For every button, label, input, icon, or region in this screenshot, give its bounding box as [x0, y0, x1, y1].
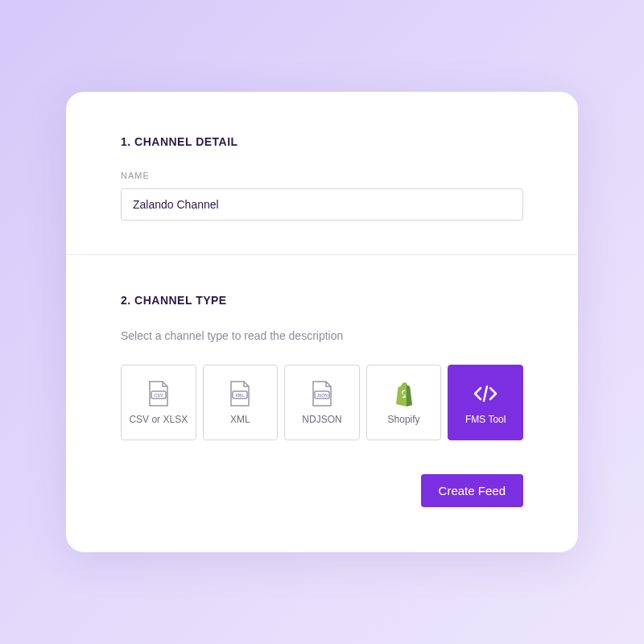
- section-1-title: 1. CHANNEL DETAIL: [121, 135, 523, 148]
- section-2-title: 2. CHANNEL TYPE: [121, 294, 523, 307]
- channel-type-label: NDJSON: [302, 414, 341, 425]
- code-icon: [472, 380, 499, 407]
- channel-type-xml[interactable]: XML XML: [203, 365, 279, 440]
- channel-type-fms[interactable]: FMS Tool: [448, 365, 523, 440]
- section-channel-type: 2. CHANNEL TYPE Select a channel type to…: [66, 254, 578, 552]
- svg-text:JSON: JSON: [316, 393, 328, 398]
- channel-type-label: XML: [230, 414, 250, 425]
- channel-type-hint: Select a channel type to read the descri…: [121, 329, 523, 342]
- create-feed-button[interactable]: Create Feed: [421, 474, 523, 507]
- svg-text:XML: XML: [236, 393, 246, 398]
- channel-type-label: FMS Tool: [465, 414, 506, 425]
- channel-form-card: 1. CHANNEL DETAIL NAME 2. CHANNEL TYPE S…: [66, 92, 578, 552]
- channel-type-label: CSV or XLSX: [129, 414, 188, 425]
- section-channel-detail: 1. CHANNEL DETAIL NAME: [66, 92, 578, 254]
- channel-type-label: Shopify: [388, 414, 420, 425]
- csv-file-icon: CSV: [147, 380, 171, 407]
- name-input[interactable]: [121, 188, 523, 221]
- channel-type-shopify[interactable]: Shopify: [366, 365, 442, 440]
- channel-type-csv[interactable]: CSV CSV or XLSX: [121, 365, 196, 440]
- json-file-icon: JSON: [310, 380, 334, 407]
- svg-text:CSV: CSV: [154, 393, 163, 398]
- name-label: NAME: [121, 171, 523, 180]
- svg-line-6: [484, 386, 487, 401]
- channel-type-ndjson[interactable]: JSON NDJSON: [284, 365, 360, 440]
- shopify-icon: [392, 380, 416, 407]
- channel-type-options: CSV CSV or XLSX XML XML: [121, 365, 523, 440]
- xml-file-icon: XML: [228, 380, 252, 407]
- form-actions: Create Feed: [121, 474, 523, 507]
